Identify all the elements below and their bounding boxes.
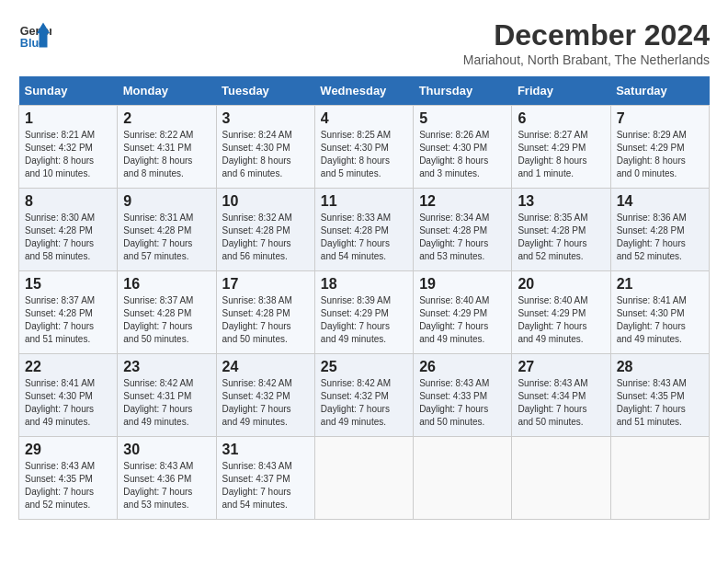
calendar-cell: 27Sunrise: 8:43 AMSunset: 4:34 PMDayligh… — [512, 354, 610, 437]
day-number: 18 — [321, 276, 407, 293]
cell-info: Sunrise: 8:43 AMSunset: 4:35 PMDaylight:… — [25, 460, 111, 511]
title-block: December 2024 Mariahout, North Brabant, … — [463, 18, 710, 67]
cell-info: Sunrise: 8:43 AMSunset: 4:33 PMDaylight:… — [419, 377, 506, 429]
calendar-cell: 28Sunrise: 8:43 AMSunset: 4:35 PMDayligh… — [610, 354, 709, 437]
cell-info: Sunrise: 8:38 AMSunset: 4:28 PMDaylight:… — [222, 294, 309, 346]
calendar-cell: 24Sunrise: 8:42 AMSunset: 4:32 PMDayligh… — [216, 354, 314, 437]
calendar-cell: 10Sunrise: 8:32 AMSunset: 4:28 PMDayligh… — [216, 189, 314, 271]
logo: General Blue — [18, 18, 51, 52]
cell-info: Sunrise: 8:41 AMSunset: 4:30 PMDaylight:… — [25, 377, 111, 429]
cell-info: Sunrise: 8:21 AMSunset: 4:32 PMDaylight:… — [25, 129, 111, 180]
calendar-cell: 4Sunrise: 8:25 AMSunset: 4:30 PMDaylight… — [314, 106, 413, 189]
calendar-week-3: 15Sunrise: 8:37 AMSunset: 4:28 PMDayligh… — [19, 271, 710, 354]
logo-icon: General Blue — [18, 18, 51, 52]
cell-info: Sunrise: 8:37 AMSunset: 4:28 PMDaylight:… — [25, 294, 111, 346]
day-number: 31 — [222, 442, 309, 458]
cell-info: Sunrise: 8:35 AMSunset: 4:28 PMDaylight:… — [518, 212, 604, 263]
calendar-cell: 23Sunrise: 8:42 AMSunset: 4:31 PMDayligh… — [118, 354, 216, 437]
day-number: 5 — [419, 110, 506, 127]
calendar-cell: 2Sunrise: 8:22 AMSunset: 4:31 PMDaylight… — [118, 106, 216, 189]
cell-info: Sunrise: 8:27 AMSunset: 4:29 PMDaylight:… — [518, 129, 604, 180]
calendar-cell: 31Sunrise: 8:43 AMSunset: 4:37 PMDayligh… — [216, 437, 314, 520]
day-number: 8 — [25, 193, 111, 210]
cell-info: Sunrise: 8:37 AMSunset: 4:28 PMDaylight:… — [123, 294, 210, 346]
day-number: 7 — [617, 110, 703, 127]
calendar-week-4: 22Sunrise: 8:41 AMSunset: 4:30 PMDayligh… — [19, 354, 710, 437]
day-number: 15 — [25, 276, 111, 293]
cell-info: Sunrise: 8:41 AMSunset: 4:30 PMDaylight:… — [617, 294, 703, 346]
cell-info: Sunrise: 8:42 AMSunset: 4:32 PMDaylight:… — [321, 377, 407, 429]
day-number: 10 — [222, 193, 309, 210]
weekday-header-friday: Friday — [512, 76, 610, 106]
calendar-cell — [512, 437, 610, 520]
calendar-cell: 20Sunrise: 8:40 AMSunset: 4:29 PMDayligh… — [512, 271, 610, 354]
day-number: 24 — [222, 359, 309, 375]
calendar-cell: 12Sunrise: 8:34 AMSunset: 4:28 PMDayligh… — [414, 189, 512, 271]
calendar-week-2: 8Sunrise: 8:30 AMSunset: 4:28 PMDaylight… — [19, 189, 710, 271]
weekday-header-saturday: Saturday — [610, 76, 709, 106]
day-number: 25 — [321, 359, 407, 375]
cell-info: Sunrise: 8:43 AMSunset: 4:37 PMDaylight:… — [222, 460, 309, 511]
cell-info: Sunrise: 8:29 AMSunset: 4:29 PMDaylight:… — [617, 129, 703, 180]
day-number: 4 — [321, 110, 407, 127]
calendar-cell: 30Sunrise: 8:43 AMSunset: 4:36 PMDayligh… — [118, 437, 216, 520]
cell-info: Sunrise: 8:26 AMSunset: 4:30 PMDaylight:… — [419, 129, 506, 180]
day-number: 14 — [617, 193, 703, 210]
calendar-table: SundayMondayTuesdayWednesdayThursdayFrid… — [18, 76, 710, 520]
day-number: 23 — [123, 359, 210, 375]
calendar-cell: 3Sunrise: 8:24 AMSunset: 4:30 PMDaylight… — [216, 106, 314, 189]
calendar-cell: 5Sunrise: 8:26 AMSunset: 4:30 PMDaylight… — [414, 106, 512, 189]
cell-info: Sunrise: 8:43 AMSunset: 4:36 PMDaylight:… — [123, 460, 210, 511]
calendar-cell: 19Sunrise: 8:40 AMSunset: 4:29 PMDayligh… — [414, 271, 512, 354]
weekday-header-thursday: Thursday — [414, 76, 512, 106]
weekday-header-wednesday: Wednesday — [314, 76, 413, 106]
cell-info: Sunrise: 8:30 AMSunset: 4:28 PMDaylight:… — [25, 212, 111, 263]
day-number: 17 — [222, 276, 309, 293]
calendar-cell: 29Sunrise: 8:43 AMSunset: 4:35 PMDayligh… — [19, 437, 118, 520]
cell-info: Sunrise: 8:39 AMSunset: 4:29 PMDaylight:… — [321, 294, 407, 346]
cell-info: Sunrise: 8:24 AMSunset: 4:30 PMDaylight:… — [222, 129, 309, 180]
calendar-cell: 18Sunrise: 8:39 AMSunset: 4:29 PMDayligh… — [314, 271, 413, 354]
day-number: 20 — [518, 276, 604, 293]
calendar-cell — [610, 437, 709, 520]
day-number: 28 — [617, 359, 703, 375]
day-number: 26 — [419, 359, 506, 375]
calendar-cell: 7Sunrise: 8:29 AMSunset: 4:29 PMDaylight… — [610, 106, 709, 189]
calendar-cell: 9Sunrise: 8:31 AMSunset: 4:28 PMDaylight… — [118, 189, 216, 271]
calendar-cell: 16Sunrise: 8:37 AMSunset: 4:28 PMDayligh… — [118, 271, 216, 354]
day-number: 29 — [25, 442, 111, 458]
day-number: 16 — [123, 276, 210, 293]
cell-info: Sunrise: 8:43 AMSunset: 4:34 PMDaylight:… — [518, 377, 604, 429]
page-header: General Blue December 2024 Mariahout, No… — [18, 18, 710, 67]
day-number: 1 — [25, 110, 111, 127]
cell-info: Sunrise: 8:22 AMSunset: 4:31 PMDaylight:… — [123, 129, 210, 180]
calendar-cell: 14Sunrise: 8:36 AMSunset: 4:28 PMDayligh… — [610, 189, 709, 271]
calendar-cell: 17Sunrise: 8:38 AMSunset: 4:28 PMDayligh… — [216, 271, 314, 354]
calendar-cell: 22Sunrise: 8:41 AMSunset: 4:30 PMDayligh… — [19, 354, 118, 437]
cell-info: Sunrise: 8:42 AMSunset: 4:32 PMDaylight:… — [222, 377, 309, 429]
cell-info: Sunrise: 8:34 AMSunset: 4:28 PMDaylight:… — [419, 212, 506, 263]
calendar-cell — [314, 437, 413, 520]
location-subtitle: Mariahout, North Brabant, The Netherland… — [463, 52, 710, 67]
day-number: 2 — [123, 110, 210, 127]
calendar-cell: 15Sunrise: 8:37 AMSunset: 4:28 PMDayligh… — [19, 271, 118, 354]
cell-info: Sunrise: 8:40 AMSunset: 4:29 PMDaylight:… — [419, 294, 506, 346]
day-number: 12 — [419, 193, 506, 210]
day-number: 3 — [222, 110, 309, 127]
cell-info: Sunrise: 8:36 AMSunset: 4:28 PMDaylight:… — [617, 212, 703, 263]
cell-info: Sunrise: 8:42 AMSunset: 4:31 PMDaylight:… — [123, 377, 210, 429]
calendar-cell: 13Sunrise: 8:35 AMSunset: 4:28 PMDayligh… — [512, 189, 610, 271]
calendar-cell: 8Sunrise: 8:30 AMSunset: 4:28 PMDaylight… — [19, 189, 118, 271]
cell-info: Sunrise: 8:32 AMSunset: 4:28 PMDaylight:… — [222, 212, 309, 263]
day-number: 22 — [25, 359, 111, 375]
calendar-week-5: 29Sunrise: 8:43 AMSunset: 4:35 PMDayligh… — [19, 437, 710, 520]
day-number: 30 — [123, 442, 210, 458]
day-number: 6 — [518, 110, 604, 127]
month-year-title: December 2024 — [463, 18, 710, 52]
cell-info: Sunrise: 8:33 AMSunset: 4:28 PMDaylight:… — [321, 212, 407, 263]
day-number: 27 — [518, 359, 604, 375]
weekday-header-sunday: Sunday — [19, 76, 118, 106]
cell-info: Sunrise: 8:31 AMSunset: 4:28 PMDaylight:… — [123, 212, 210, 263]
calendar-cell: 6Sunrise: 8:27 AMSunset: 4:29 PMDaylight… — [512, 106, 610, 189]
day-number: 11 — [321, 193, 407, 210]
